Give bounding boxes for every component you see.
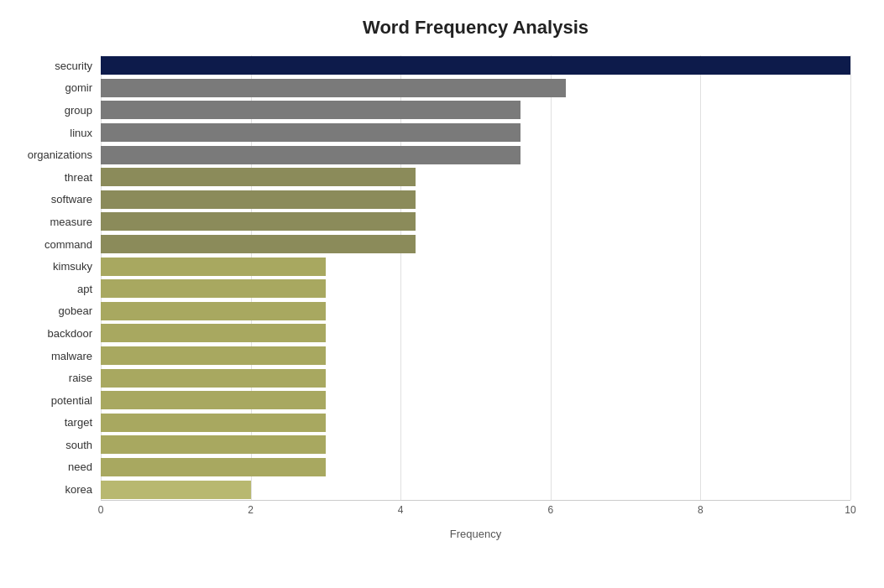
bar	[101, 302, 326, 320]
bar-track	[101, 390, 850, 411]
bar-label: organizations	[8, 148, 101, 161]
bar	[101, 324, 326, 342]
bar	[101, 414, 326, 432]
x-tick-label: 8	[698, 504, 704, 516]
bar-label: gomir	[8, 81, 101, 94]
bar-track	[101, 122, 850, 143]
bar	[101, 258, 326, 276]
bar	[101, 369, 326, 388]
bar-label: kimsuky	[8, 260, 101, 273]
bar-track	[101, 278, 850, 299]
bar-label: malware	[8, 350, 101, 362]
bar-row: security	[101, 55, 850, 76]
bar-label: gobear	[8, 304, 101, 317]
bar-row: malware	[101, 346, 850, 367]
bar-track	[101, 55, 850, 76]
bar-row: software	[101, 190, 850, 211]
bar	[101, 391, 326, 409]
x-tick-label: 2	[248, 504, 254, 516]
bar-track	[101, 167, 850, 188]
bar-label: backdoor	[8, 327, 101, 340]
bar	[101, 123, 520, 142]
bar-row: group	[101, 100, 850, 121]
bar	[101, 56, 850, 75]
x-tick-label: 4	[398, 504, 404, 516]
x-axis-label: Frequency	[450, 528, 501, 540]
grid-line	[850, 55, 851, 500]
bar-row: korea	[101, 479, 850, 500]
bar-track	[101, 434, 850, 455]
bar-track	[101, 346, 850, 367]
bar-track	[101, 78, 850, 99]
bar-track	[101, 301, 850, 322]
bar-label: group	[8, 104, 101, 117]
bar-label: measure	[8, 216, 101, 228]
bar-row: gomir	[101, 78, 850, 99]
bar-track	[101, 457, 850, 478]
bar	[101, 212, 416, 231]
bar	[101, 168, 416, 186]
bar	[101, 279, 326, 298]
bar-row: target	[101, 413, 850, 434]
bar-row: linux	[101, 122, 850, 143]
bar-label: raise	[8, 372, 101, 384]
bar-row: backdoor	[101, 323, 850, 344]
bar-track	[101, 144, 850, 165]
x-tick-label: 6	[547, 504, 553, 516]
bar-row: potential	[101, 390, 850, 411]
bar-row: south	[101, 434, 850, 455]
bar-label: need	[8, 461, 101, 473]
bar	[101, 101, 520, 119]
bar-row: need	[101, 457, 850, 478]
bar-label: apt	[8, 283, 101, 295]
bar-track	[101, 190, 850, 211]
bar-track	[101, 234, 850, 255]
bar	[101, 79, 566, 97]
bar-label: target	[8, 416, 101, 429]
bar-label: linux	[8, 127, 101, 139]
bar-track	[101, 367, 850, 388]
bar-row: command	[101, 234, 850, 255]
bar-track	[101, 256, 850, 277]
x-axis: 0246810 Frequency	[101, 500, 850, 542]
bars-container: securitygomirgrouplinuxorganizationsthre…	[101, 55, 850, 500]
bar	[101, 458, 326, 476]
bar-track	[101, 100, 850, 121]
bar-row: raise	[101, 367, 850, 388]
bar	[101, 346, 326, 365]
bar-track	[101, 323, 850, 344]
x-axis-line	[101, 500, 850, 501]
bar	[101, 235, 416, 253]
x-tick-label: 10	[845, 504, 855, 516]
bar-row: gobear	[101, 301, 850, 322]
bar	[101, 481, 251, 499]
bar-row: measure	[101, 211, 850, 232]
bar-row: kimsuky	[101, 256, 850, 277]
bar-row: threat	[101, 167, 850, 188]
bar-row: organizations	[101, 144, 850, 165]
bar-row: apt	[101, 278, 850, 299]
bar-label: south	[8, 439, 101, 451]
bar-track	[101, 479, 850, 500]
bar-label: software	[8, 193, 101, 206]
x-tick-label: 0	[98, 504, 104, 516]
bar-label: command	[8, 238, 101, 251]
bar-track	[101, 211, 850, 232]
bar-label: security	[8, 60, 101, 72]
chart-area: securitygomirgrouplinuxorganizationsthre…	[101, 55, 850, 542]
bar-track	[101, 413, 850, 434]
bar	[101, 146, 520, 164]
bar-label: threat	[8, 171, 101, 184]
chart-title: Word Frequency Analysis	[101, 17, 850, 39]
bar	[101, 190, 416, 209]
bar-label: korea	[8, 483, 101, 496]
bar-label: potential	[8, 394, 101, 407]
bar	[101, 435, 326, 454]
chart-container: Word Frequency Analysis securitygomirgro…	[0, 0, 884, 588]
